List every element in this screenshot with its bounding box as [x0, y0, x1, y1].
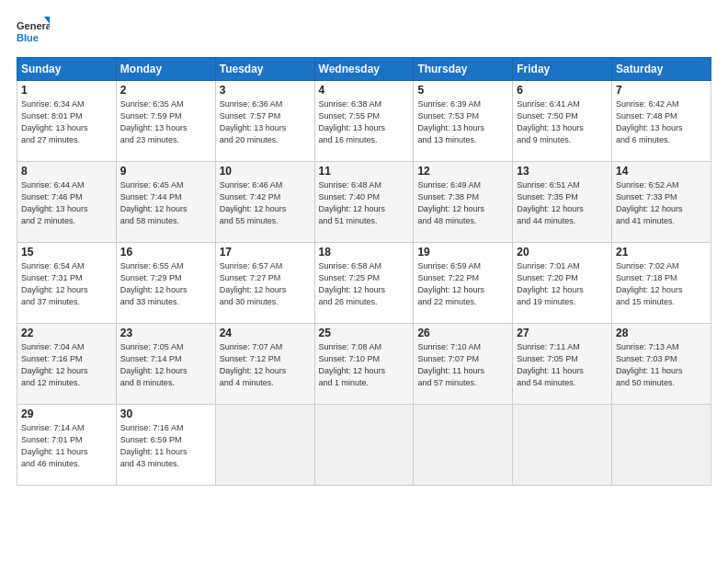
day-number: 9 [120, 165, 211, 178]
weekday-header-row: Sunday Monday Tuesday Wednesday Thursday… [17, 58, 711, 81]
table-row: 25Sunrise: 7:08 AMSunset: 7:10 PMDayligh… [314, 324, 414, 405]
logo-container: General Blue [17, 17, 50, 50]
table-row: 13Sunrise: 6:51 AMSunset: 7:35 PMDayligh… [513, 162, 612, 243]
day-number: 19 [417, 246, 508, 259]
day-info: Sunrise: 7:01 AMSunset: 7:20 PMDaylight:… [517, 260, 608, 308]
day-number: 16 [120, 246, 211, 259]
day-number: 28 [616, 327, 707, 339]
table-row: 14Sunrise: 6:52 AMSunset: 7:33 PMDayligh… [612, 162, 711, 243]
table-row: 10Sunrise: 6:46 AMSunset: 7:42 PMDayligh… [215, 162, 314, 243]
table-row: 12Sunrise: 6:49 AMSunset: 7:38 PMDayligh… [414, 162, 513, 243]
calendar-week-row: 15Sunrise: 6:54 AMSunset: 7:31 PMDayligh… [17, 243, 711, 324]
table-row: 21Sunrise: 7:02 AMSunset: 7:18 PMDayligh… [612, 243, 711, 324]
day-info: Sunrise: 6:52 AMSunset: 7:33 PMDaylight:… [616, 179, 707, 227]
day-info: Sunrise: 7:04 AMSunset: 7:16 PMDaylight:… [21, 341, 112, 389]
table-row [414, 405, 513, 486]
table-row [513, 405, 612, 486]
svg-text:General: General [17, 20, 50, 31]
day-info: Sunrise: 6:57 AMSunset: 7:27 PMDaylight:… [220, 260, 311, 308]
day-info: Sunrise: 7:05 AMSunset: 7:14 PMDaylight:… [120, 341, 211, 389]
day-info: Sunrise: 7:02 AMSunset: 7:18 PMDaylight:… [616, 260, 707, 308]
day-number: 23 [120, 327, 211, 339]
day-info: Sunrise: 6:45 AMSunset: 7:44 PMDaylight:… [120, 179, 211, 227]
table-row: 29Sunrise: 7:14 AMSunset: 7:01 PMDayligh… [17, 405, 117, 486]
table-row: 20Sunrise: 7:01 AMSunset: 7:20 PMDayligh… [513, 243, 612, 324]
day-number: 30 [120, 408, 211, 420]
calendar-week-row: 22Sunrise: 7:04 AMSunset: 7:16 PMDayligh… [17, 324, 711, 405]
day-number: 12 [417, 165, 508, 178]
day-number: 13 [517, 165, 608, 178]
table-row: 2Sunrise: 6:35 AMSunset: 7:59 PMDaylight… [116, 81, 215, 162]
table-row: 30Sunrise: 7:16 AMSunset: 6:59 PMDayligh… [116, 405, 215, 486]
day-number: 27 [517, 327, 608, 339]
day-info: Sunrise: 7:13 AMSunset: 7:03 PMDaylight:… [616, 341, 707, 389]
header-thursday: Thursday [414, 58, 513, 81]
table-row: 24Sunrise: 7:07 AMSunset: 7:12 PMDayligh… [215, 324, 314, 405]
header-sunday: Sunday [17, 58, 117, 81]
day-info: Sunrise: 6:41 AMSunset: 7:50 PMDaylight:… [517, 98, 608, 146]
header-wednesday: Wednesday [314, 58, 414, 81]
day-number: 26 [417, 327, 508, 339]
day-info: Sunrise: 6:36 AMSunset: 7:57 PMDaylight:… [220, 98, 311, 146]
day-number: 3 [220, 84, 311, 97]
day-info: Sunrise: 6:55 AMSunset: 7:29 PMDaylight:… [120, 260, 211, 308]
table-row: 18Sunrise: 6:58 AMSunset: 7:25 PMDayligh… [314, 243, 414, 324]
day-number: 14 [616, 165, 707, 178]
table-row [215, 405, 314, 486]
calendar-week-row: 8Sunrise: 6:44 AMSunset: 7:46 PMDaylight… [17, 162, 711, 243]
day-number: 20 [517, 246, 608, 259]
header-saturday: Saturday [612, 58, 711, 81]
day-number: 8 [21, 165, 112, 178]
day-info: Sunrise: 6:39 AMSunset: 7:53 PMDaylight:… [417, 98, 508, 146]
table-row: 19Sunrise: 6:59 AMSunset: 7:22 PMDayligh… [414, 243, 513, 324]
day-number: 25 [319, 327, 410, 339]
day-info: Sunrise: 6:38 AMSunset: 7:55 PMDaylight:… [319, 98, 410, 146]
table-row: 11Sunrise: 6:48 AMSunset: 7:40 PMDayligh… [314, 162, 414, 243]
day-info: Sunrise: 6:44 AMSunset: 7:46 PMDaylight:… [21, 179, 112, 227]
table-row: 23Sunrise: 7:05 AMSunset: 7:14 PMDayligh… [116, 324, 215, 405]
table-row: 17Sunrise: 6:57 AMSunset: 7:27 PMDayligh… [215, 243, 314, 324]
table-row: 8Sunrise: 6:44 AMSunset: 7:46 PMDaylight… [17, 162, 117, 243]
day-info: Sunrise: 7:08 AMSunset: 7:10 PMDaylight:… [319, 341, 410, 389]
table-row: 4Sunrise: 6:38 AMSunset: 7:55 PMDaylight… [314, 81, 414, 162]
table-row: 22Sunrise: 7:04 AMSunset: 7:16 PMDayligh… [17, 324, 117, 405]
day-info: Sunrise: 6:35 AMSunset: 7:59 PMDaylight:… [120, 98, 211, 146]
day-number: 2 [120, 84, 211, 97]
table-row: 15Sunrise: 6:54 AMSunset: 7:31 PMDayligh… [17, 243, 117, 324]
table-row: 3Sunrise: 6:36 AMSunset: 7:57 PMDaylight… [215, 81, 314, 162]
day-number: 5 [417, 84, 508, 97]
day-number: 21 [616, 246, 707, 259]
day-info: Sunrise: 7:16 AMSunset: 6:59 PMDaylight:… [120, 422, 211, 470]
logo-icon: General Blue [17, 17, 50, 50]
table-row: 9Sunrise: 6:45 AMSunset: 7:44 PMDaylight… [116, 162, 215, 243]
day-number: 29 [21, 408, 112, 420]
table-row: 27Sunrise: 7:11 AMSunset: 7:05 PMDayligh… [513, 324, 612, 405]
table-row: 26Sunrise: 7:10 AMSunset: 7:07 PMDayligh… [414, 324, 513, 405]
table-row [612, 405, 711, 486]
day-number: 6 [517, 84, 608, 97]
day-info: Sunrise: 6:59 AMSunset: 7:22 PMDaylight:… [417, 260, 508, 308]
day-number: 4 [319, 84, 410, 97]
day-info: Sunrise: 7:14 AMSunset: 7:01 PMDaylight:… [21, 422, 112, 470]
svg-text:Blue: Blue [17, 32, 39, 43]
header-monday: Monday [116, 58, 215, 81]
day-number: 15 [21, 246, 112, 259]
table-row: 7Sunrise: 6:42 AMSunset: 7:48 PMDaylight… [612, 81, 711, 162]
day-info: Sunrise: 7:07 AMSunset: 7:12 PMDaylight:… [220, 341, 311, 389]
day-info: Sunrise: 7:10 AMSunset: 7:07 PMDaylight:… [417, 341, 508, 389]
table-row: 28Sunrise: 7:13 AMSunset: 7:03 PMDayligh… [612, 324, 711, 405]
day-number: 10 [220, 165, 311, 178]
day-number: 7 [616, 84, 707, 97]
table-row: 6Sunrise: 6:41 AMSunset: 7:50 PMDaylight… [513, 81, 612, 162]
day-info: Sunrise: 6:54 AMSunset: 7:31 PMDaylight:… [21, 260, 112, 308]
table-row: 16Sunrise: 6:55 AMSunset: 7:29 PMDayligh… [116, 243, 215, 324]
calendar: Sunday Monday Tuesday Wednesday Thursday… [17, 57, 711, 486]
day-info: Sunrise: 6:46 AMSunset: 7:42 PMDaylight:… [220, 179, 311, 227]
header-friday: Friday [513, 58, 612, 81]
table-row: 5Sunrise: 6:39 AMSunset: 7:53 PMDaylight… [414, 81, 513, 162]
day-info: Sunrise: 6:34 AMSunset: 8:01 PMDaylight:… [21, 98, 112, 146]
day-info: Sunrise: 6:58 AMSunset: 7:25 PMDaylight:… [319, 260, 410, 308]
day-info: Sunrise: 6:51 AMSunset: 7:35 PMDaylight:… [517, 179, 608, 227]
logo: General Blue [17, 17, 50, 50]
day-info: Sunrise: 6:42 AMSunset: 7:48 PMDaylight:… [616, 98, 707, 146]
